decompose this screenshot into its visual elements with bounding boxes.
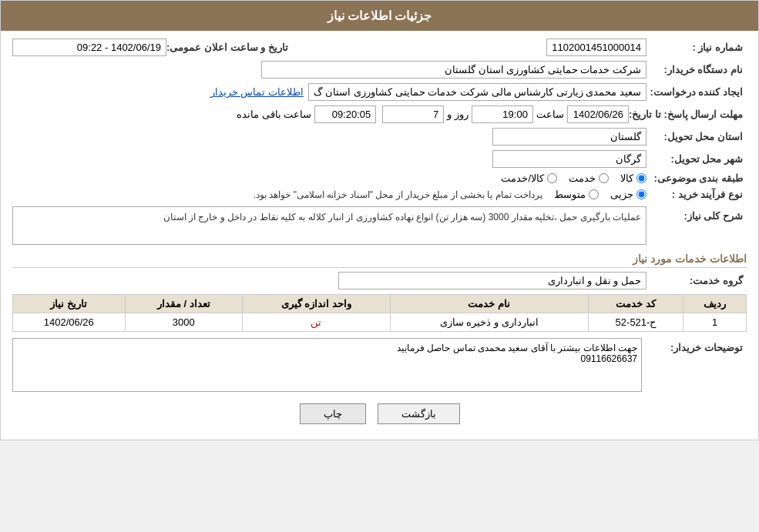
- announcement-date-value: 1402/06/19 - 09:22: [12, 38, 166, 56]
- creator-contact-link[interactable]: اطلاعات تماس خریدار: [210, 86, 304, 98]
- province-value: گلستان: [492, 128, 646, 146]
- category-label: طبقه بندی موضوعی:: [646, 172, 747, 184]
- response-day: 7: [382, 105, 444, 123]
- row-creator: ایجاد کننده درخواست: سعید محمدی زیارتی ک…: [12, 83, 747, 101]
- service-info-title: اطلاعات خدمات مورد نیاز: [12, 253, 747, 268]
- creator-value: سعید محمدی زیارتی کارشناس مالی شرکت خدما…: [308, 83, 646, 101]
- services-table: ردیف کد خدمت نام خدمت واحد اندازه گیری ت…: [12, 294, 747, 332]
- page-title: جزئیات اطلاعات نیاز: [327, 9, 432, 22]
- row-process-type: نوع فرآیند خرید : متوسط جزیی پرداخت تمام…: [12, 189, 747, 200]
- col-header-row: ردیف: [683, 295, 747, 313]
- label-jozi: جزیی: [610, 189, 633, 200]
- row-purchase-org: نام دستگاه خریدار: شرکت خدمات حمایتی کشا…: [12, 61, 747, 79]
- remaining-label: ساعت باقی مانده: [237, 109, 311, 120]
- need-number-value: 1102001451000014: [546, 38, 646, 56]
- row-need-number: شماره نیاز : 1102001451000014 تاریخ و سا…: [12, 38, 747, 56]
- service-group-value: حمل و نقل و انبارداری: [338, 272, 646, 289]
- radio-jozi[interactable]: [636, 189, 646, 199]
- category-option-kala-khadamat[interactable]: کالا/خدمت: [501, 172, 557, 184]
- category-option-khadamat[interactable]: خدمت: [569, 172, 609, 184]
- cell-unit: تن: [242, 313, 390, 332]
- col-header-name: نام خدمت: [390, 295, 588, 313]
- response-day-label: روز و: [447, 109, 468, 120]
- buyer-notes-label: توضیحات خریدار:: [646, 338, 747, 353]
- label-kala-khadamat: کالا/خدمت: [501, 172, 544, 184]
- process-note: پرداخت تمام یا بخشی از مبلغ خریدار از مح…: [254, 189, 542, 200]
- category-radio-group: کالا/خدمت خدمت کالا: [501, 172, 646, 184]
- category-option-kala[interactable]: کالا: [620, 172, 646, 184]
- need-number-label: شماره نیاز :: [646, 42, 747, 53]
- row-city: شهر محل تحویل: گرگان: [12, 150, 747, 168]
- radio-motavaset[interactable]: [589, 189, 599, 199]
- process-option-jozi[interactable]: جزیی: [610, 189, 646, 200]
- response-deadline-label: مهلت ارسال پاسخ: تا تاریخ:: [629, 109, 747, 120]
- buttons-row: بازگشت چاپ: [12, 403, 747, 424]
- row-service-group: گروه خدمت: حمل و نقل و انبارداری: [12, 272, 747, 289]
- process-radio-group: متوسط جزیی: [554, 189, 646, 200]
- process-label: نوع فرآیند خرید :: [646, 189, 747, 200]
- row-province: استان محل تحویل: گلستان: [12, 128, 747, 146]
- purchase-org-label: نام دستگاه خریدار:: [646, 64, 747, 75]
- label-motavaset: متوسط: [554, 189, 586, 200]
- cell-name: انبارداری و ذخیره سازی: [390, 313, 588, 332]
- col-header-unit: واحد اندازه گیری: [242, 295, 390, 313]
- content-area: شماره نیاز : 1102001451000014 تاریخ و سا…: [1, 31, 758, 440]
- response-time: 19:00: [472, 105, 533, 123]
- label-kala: کالا: [620, 172, 633, 184]
- table-row: 1 ح-521-52 انبارداری و ذخیره سازی تن 300…: [13, 313, 747, 332]
- col-header-date: تاریخ نیاز: [13, 295, 126, 313]
- city-value: گرگان: [492, 150, 646, 168]
- buyer-notes-wrapper: توضیحات خریدار:: [12, 338, 747, 392]
- cell-quantity: 3000: [125, 313, 242, 332]
- label-khadamat: خدمت: [569, 172, 596, 184]
- description-label: شرح کلی نیاز:: [646, 206, 747, 222]
- cell-date: 1402/06/26: [13, 313, 126, 332]
- province-label: استان محل تحویل:: [646, 131, 747, 142]
- radio-kala-khadamat[interactable]: [547, 173, 557, 183]
- cell-code: ح-521-52: [588, 313, 683, 332]
- purchase-org-value: شرکت خدمات حمایتی کشاورزی استان گلستان: [261, 61, 646, 79]
- col-header-quantity: تعداد / مقدار: [125, 295, 242, 313]
- radio-kala[interactable]: [636, 173, 646, 183]
- response-remaining: 09:20:05: [314, 105, 376, 123]
- city-label: شهر محل تحویل:: [646, 153, 747, 165]
- cell-row: 1: [683, 313, 747, 332]
- response-date: 1402/06/26: [567, 105, 629, 123]
- page-wrapper: جزئیات اطلاعات نیاز شماره نیاز : 1102001…: [0, 0, 759, 440]
- row-description: شرح کلی نیاز: عملیات بارگیری حمل ،تخلیه …: [12, 206, 747, 245]
- row-response-deadline: مهلت ارسال پاسخ: تا تاریخ: 1402/06/26 سا…: [12, 105, 747, 123]
- page-header: جزئیات اطلاعات نیاز: [1, 1, 758, 31]
- radio-khadamat[interactable]: [599, 173, 609, 183]
- service-group-label: گروه خدمت:: [646, 275, 747, 286]
- print-button[interactable]: چاپ: [300, 403, 366, 424]
- process-option-motavaset[interactable]: متوسط: [554, 189, 599, 200]
- response-time-label: ساعت: [536, 109, 564, 120]
- col-header-code: کد خدمت: [588, 295, 683, 313]
- back-button[interactable]: بازگشت: [378, 403, 460, 424]
- row-category: طبقه بندی موضوعی: کالا/خدمت خدمت کالا: [12, 172, 747, 184]
- description-value: عملیات بارگیری حمل ،تخلیه مقدار 3000 (سه…: [12, 206, 646, 245]
- announcement-date-label: تاریخ و ساعت اعلان عمومی:: [166, 42, 292, 53]
- creator-label: ایجاد کننده درخواست:: [646, 86, 747, 98]
- buyer-notes-textarea[interactable]: [12, 338, 642, 392]
